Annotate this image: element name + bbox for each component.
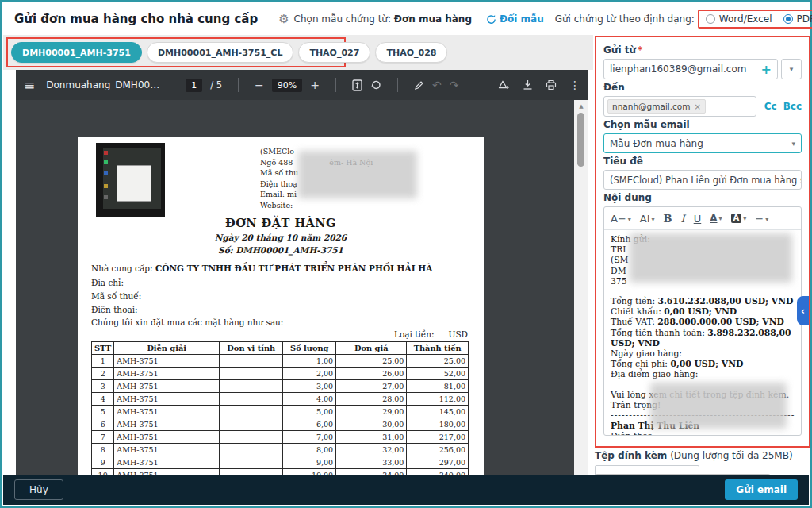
attachment-label: Tệp đính kèm (Dung lượng tối đa 25MB) [595,450,810,461]
document-tab[interactable]: THAO_027 [298,42,370,63]
table-row: 8 AMH-3751 8,00 32,00 256,00 [92,444,469,456]
change-template-link[interactable]: Đổi mẫu [500,13,544,25]
cancel-button[interactable]: Hủy [14,479,63,500]
redaction-blur [650,383,787,429]
page-number-input[interactable]: 1 [186,79,202,92]
format-options-group: Word/Excel PDF [698,10,812,29]
total-line: Ngày giao hàng: [611,348,795,359]
page-total: / 5 [210,79,222,90]
print-icon[interactable] [546,79,557,90]
email-form-panel: Gửi từ* lienphan160389@gmail.com + ▾ Đến… [595,36,810,448]
order-items-table: STT Diễn giải Đơn vị tính Số lượng Đơn g… [91,341,469,479]
bcc-link[interactable]: Bcc [783,101,802,112]
scrollbar-thumb[interactable] [577,113,584,167]
table-row: 7 AMH-3751 7,00 31,00 217,00 [92,431,469,444]
intro-line: Chúng tôi xin đặt mua các mặt hàng như s… [91,318,283,327]
template-value: Đơn mua hàng [394,13,472,25]
from-dropdown-button[interactable]: ▾ [781,59,802,79]
document-tab[interactable]: THAO_028 [375,42,447,63]
chevron-left-icon: ‹ [801,306,805,317]
cc-link[interactable]: Cc [764,101,777,112]
table-row: 6 AMH-3751 6,00 30,00 180,00 [92,418,469,431]
to-input[interactable]: nnanh@gmail.com × [603,96,756,117]
pdf-page: (SMEClo Ngõ 488êm- Hà Nội Mã số thu Điện… [78,137,484,479]
radio-icon [783,14,793,24]
download-icon[interactable] [523,79,533,90]
total-line: Tổng tiền: 3.610.232.088,00 USD; VND [611,296,795,306]
text-color-button[interactable]: A▾ [710,214,722,223]
table-row: 4 AMH-3751 4,00 28,00 112,00 [92,393,469,406]
menu-icon[interactable]: ≡ [24,77,35,93]
phone-line: Điện thoại: [91,305,138,314]
send-email-button[interactable]: Gửi email [725,479,798,500]
total-line: Thuế VAT: 288.000.000,00 USD; VND [611,317,795,327]
refresh-icon[interactable] [486,14,496,25]
radio-label: PDF [797,13,812,25]
supplier-line: Nhà cung cấp: CÔNG TY TNHH ĐẦU TƯ PHÁT T… [91,264,432,273]
total-line: Tổng tiền thanh toán: 3.898.232.088,00 U… [611,328,795,348]
collapse-panel-handle[interactable]: ‹ [797,296,809,325]
to-label: Đến [603,82,802,93]
tab-label: DMH00001_AMH-3751 [22,48,131,58]
content-label: Nội dung [603,192,802,203]
document-date: Ngày 20 tháng 10 năm 2026 [78,233,484,242]
totals-block: Tổng tiền: 3.610.232.088,00 USD; VND Chi… [611,296,795,380]
address-line: Địa chỉ: [91,278,124,287]
redaction-blur [298,151,417,198]
pdf-viewer: ≡ Donmuahang_DMH00001... 1 / 5 − 90% + [16,70,588,479]
add-annotation-icon[interactable] [498,79,510,90]
email-form: Gửi từ* lienphan160389@gmail.com + ▾ Đến… [595,36,810,448]
page-title: Gửi đơn mua hàng cho nhà cung cấp [14,12,258,26]
email-template-label: Chọn mẫu email [603,119,802,130]
dialog-footer: Hủy Gửi email [3,475,809,505]
pdf-document-area[interactable]: (SMEClo Ngõ 488êm- Hà Nội Mã số thu Điện… [16,100,574,479]
from-input[interactable]: lienphan160389@gmail.com + [603,59,778,79]
editor-body[interactable]: Kính gửi: TRI(SMDM375 Tổng tiền: 3.610.2… [604,230,801,435]
more-options-icon[interactable]: ⋮ [569,79,580,91]
undo-icon[interactable]: ↶ [432,79,442,91]
chevron-down-icon: ▾ [765,217,768,224]
font-size-button[interactable]: AI▾ [640,214,655,224]
annotate-pen-icon[interactable] [414,80,424,90]
attachment-hint: (Dung lượng tối đa 25MB) [670,450,792,461]
align-button[interactable]: ≡▾ [755,214,768,224]
rotate-icon[interactable] [370,79,381,90]
bold-button[interactable]: B [664,214,672,224]
add-sender-icon[interactable]: + [761,62,772,77]
email-template-select[interactable]: Mẫu Đơn mua hàng ▾ [603,133,802,153]
dialog-header: Gửi đơn mua hàng cho nhà cung cấp ⚙ Chọn… [3,3,809,35]
rich-text-editor: A≡▾ AI▾ B I U A▾ A▾ ≡▾ Kính gửi: TRI(SMD… [603,206,802,436]
format-radio[interactable]: Word/Excel [706,13,772,25]
pdf-filename: Donmuahang_DMH00001... [46,79,165,90]
zoom-level[interactable]: 90% [272,79,302,92]
tax-line: Mã số thuế: [91,291,141,301]
pdf-scrollbar[interactable]: ▲ [574,100,588,479]
chevron-down-icon: ▾ [628,217,631,224]
scrollbar-up-icon[interactable]: ▲ [574,100,588,110]
total-line: Địa điểm giao hàng: [611,369,795,379]
table-row: 9 AMH-3751 9,00 33,00 297,00 [92,456,469,469]
italic-button[interactable]: I [681,214,685,224]
underline-button[interactable]: U [694,214,702,224]
total-line: Chiết khấu: 0,00 USD; VND [611,306,795,317]
document-tabbar: DMH00001_AMH-3751 DMH00001_AMH-3751_CL T… [3,35,593,70]
format-radio[interactable]: PDF [783,13,812,25]
tab-label: THAO_028 [386,48,436,58]
table-row: 2 AMH-3751 2,00 26,00 52,00 [92,368,469,380]
fit-page-icon[interactable] [352,79,362,91]
company-info-line: Website: [260,200,373,211]
font-family-button[interactable]: A≡▾ [611,214,631,224]
toolbar-divider [335,78,336,92]
total-line: Tổng chi phí: 0,00 USD; VND [611,359,795,369]
redo-icon[interactable]: ↷ [450,79,459,91]
subject-label: Tiêu đề [603,156,802,167]
zoom-out-button[interactable]: − [255,79,264,91]
highlight-color-button[interactable]: A▾ [731,214,747,223]
subject-input[interactable]: (SMECloud) Phan Liên gửi Đơn mua hàng số… [603,170,802,190]
zoom-in-button[interactable]: + [310,79,320,91]
document-tab[interactable]: DMH00001_AMH-3751_CL [147,42,293,63]
remove-tag-icon[interactable]: × [694,102,700,111]
document-tab[interactable]: DMH00001_AMH-3751 [11,42,142,63]
table-header-row: STT Diễn giải Đơn vị tính Số lượng Đơn g… [92,342,469,355]
send-purchase-order-dialog: Gửi đơn mua hàng cho nhà cung cấp ⚙ Chọn… [0,0,812,508]
